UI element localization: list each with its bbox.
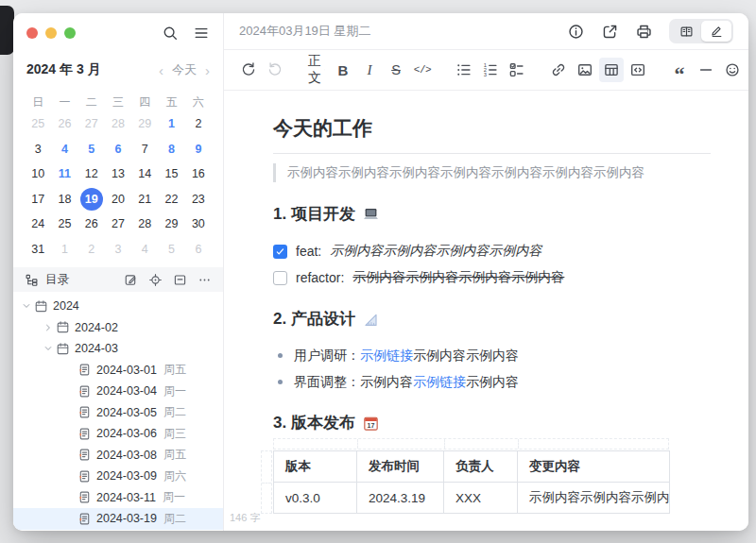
calendar-day[interactable]: 23 <box>185 187 212 212</box>
tree-item[interactable]: 2024-03-04周一 <box>13 381 223 402</box>
next-month-button[interactable]: › <box>205 63 210 77</box>
calendar-day[interactable]: 6 <box>105 137 131 162</box>
search-icon[interactable] <box>162 25 179 42</box>
bullet-list-icon[interactable] <box>452 58 476 82</box>
link-icon[interactable] <box>546 58 571 82</box>
calendar-day[interactable]: 5 <box>78 137 105 162</box>
calendar-day[interactable]: 1 <box>158 111 184 137</box>
info-icon[interactable] <box>567 23 585 41</box>
task-checkbox[interactable] <box>273 271 287 285</box>
segment-edit-mode-icon[interactable] <box>701 21 731 42</box>
calendar-day[interactable]: 21 <box>131 187 158 212</box>
calendar-weekday: 三 <box>105 93 131 111</box>
task-item: refactor: 示例内容示例内容示例内容示例内容 <box>273 268 711 287</box>
calendar-day[interactable]: 3 <box>25 137 51 162</box>
close-button[interactable] <box>26 27 38 39</box>
segment-read-mode-icon[interactable] <box>671 21 701 42</box>
chevron-right-icon[interactable] <box>43 322 54 333</box>
minimize-button[interactable] <box>45 27 57 39</box>
inline-code-icon[interactable]: </> <box>410 58 435 82</box>
undo-icon[interactable] <box>236 58 261 82</box>
calendar-day[interactable]: 28 <box>131 212 158 237</box>
tree-item[interactable]: 2024-03-09周六 <box>13 466 223 487</box>
calendar-day[interactable]: 29 <box>158 212 184 237</box>
more-icon[interactable] <box>198 273 212 287</box>
calendar-day[interactable]: 22 <box>158 187 184 212</box>
calendar-day[interactable]: 26 <box>78 212 105 237</box>
paragraph-style-dropdown[interactable]: 正文 <box>304 58 329 82</box>
menu-icon[interactable] <box>193 25 210 42</box>
editor-content-area[interactable]: 今天的工作 示例内容示例内容示例内容示例内容示例内容示例内容示例内容 1. 项目… <box>224 91 748 531</box>
new-doc-icon[interactable] <box>124 273 138 287</box>
calendar-day[interactable]: 4 <box>131 237 158 263</box>
today-button[interactable]: 今天 <box>172 61 197 78</box>
tree-item[interactable]: 2024-03-05周二 <box>13 402 223 424</box>
tree-item[interactable]: 2024-03-11周一 <box>13 487 223 509</box>
tree-item[interactable]: 2024-03-06周三 <box>13 423 223 445</box>
horizontal-rule-icon[interactable] <box>694 58 718 82</box>
calendar-day[interactable]: 14 <box>131 161 158 187</box>
calendar-day[interactable]: 18 <box>51 187 77 212</box>
calendar-day[interactable]: 29 <box>131 111 158 137</box>
calendar-day[interactable]: 26 <box>51 111 77 137</box>
code-block-icon[interactable] <box>626 58 650 82</box>
task-list-icon[interactable] <box>505 58 529 82</box>
chevron-down-icon[interactable] <box>43 343 54 354</box>
chevron-down-icon[interactable] <box>21 300 32 312</box>
calendar-day[interactable]: 30 <box>185 212 212 237</box>
image-icon[interactable] <box>573 58 597 82</box>
quote-icon[interactable]: “ <box>667 58 692 82</box>
calendar-day[interactable]: 10 <box>25 161 51 187</box>
tree-item[interactable]: 2024-03-01周五 <box>13 360 223 382</box>
emoji-icon[interactable] <box>720 58 745 82</box>
tree-item[interactable]: 2024 <box>13 296 223 317</box>
background-window-corner <box>0 6 14 55</box>
calendar-day[interactable]: 13 <box>105 161 131 187</box>
calendar-day[interactable]: 12 <box>78 161 105 187</box>
calendar-day[interactable]: 25 <box>25 111 51 137</box>
calendar-day[interactable]: 27 <box>78 111 105 137</box>
ordered-list-icon[interactable]: 123 <box>478 58 503 82</box>
calendar-day[interactable]: 5 <box>158 237 184 263</box>
calendar-day[interactable]: 6 <box>185 237 212 263</box>
prev-month-button[interactable]: ‹ <box>159 63 163 77</box>
calendar-day[interactable]: 15 <box>158 161 184 187</box>
calendar-day[interactable]: 19 <box>78 187 105 212</box>
calendar-day[interactable]: 20 <box>105 187 131 212</box>
calendar-day[interactable]: 2 <box>78 237 105 263</box>
calendar-day[interactable]: 2 <box>185 111 212 137</box>
calendar-day[interactable]: 4 <box>51 137 77 162</box>
calendar-day[interactable]: 24 <box>25 212 51 237</box>
inline-link[interactable]: 示例链接 <box>413 374 466 391</box>
locate-icon[interactable] <box>148 273 163 287</box>
table-icon[interactable] <box>599 58 624 82</box>
calendar-day[interactable]: 1 <box>51 237 77 263</box>
collapse-icon[interactable] <box>173 273 187 287</box>
calendar-day[interactable]: 8 <box>158 137 184 162</box>
calendar-day[interactable]: 11 <box>51 161 77 187</box>
calendar-day[interactable]: 17 <box>25 187 51 212</box>
tree-item-weekday: 周二 <box>163 511 186 527</box>
tree-indent <box>64 385 76 397</box>
zoom-button[interactable] <box>64 27 76 39</box>
tree-item[interactable]: 2024-03-19周二 <box>13 508 223 530</box>
task-text: 示例内容示例内容示例内容示例内容 <box>330 243 541 260</box>
calendar-day[interactable]: 31 <box>25 237 51 263</box>
bold-icon[interactable]: B <box>331 58 355 82</box>
tree-item[interactable]: 2024-03-08周五 <box>13 445 223 467</box>
calendar-day[interactable]: 27 <box>105 212 131 237</box>
task-checkbox[interactable] <box>273 245 287 259</box>
calendar-day[interactable]: 28 <box>105 111 131 137</box>
calendar-day[interactable]: 9 <box>185 137 212 162</box>
print-icon[interactable] <box>635 23 653 41</box>
strikethrough-icon[interactable]: S <box>384 58 408 82</box>
inline-link[interactable]: 示例链接 <box>360 348 413 365</box>
calendar-day[interactable]: 16 <box>185 161 212 187</box>
calendar-day[interactable]: 7 <box>131 137 158 162</box>
export-icon[interactable] <box>601 23 619 41</box>
calendar-day[interactable]: 25 <box>51 212 77 237</box>
italic-icon[interactable]: I <box>357 58 382 82</box>
tree-item[interactable]: 2024-03 <box>13 338 223 360</box>
calendar-day[interactable]: 3 <box>105 237 131 263</box>
tree-item[interactable]: 2024-02 <box>13 317 223 339</box>
